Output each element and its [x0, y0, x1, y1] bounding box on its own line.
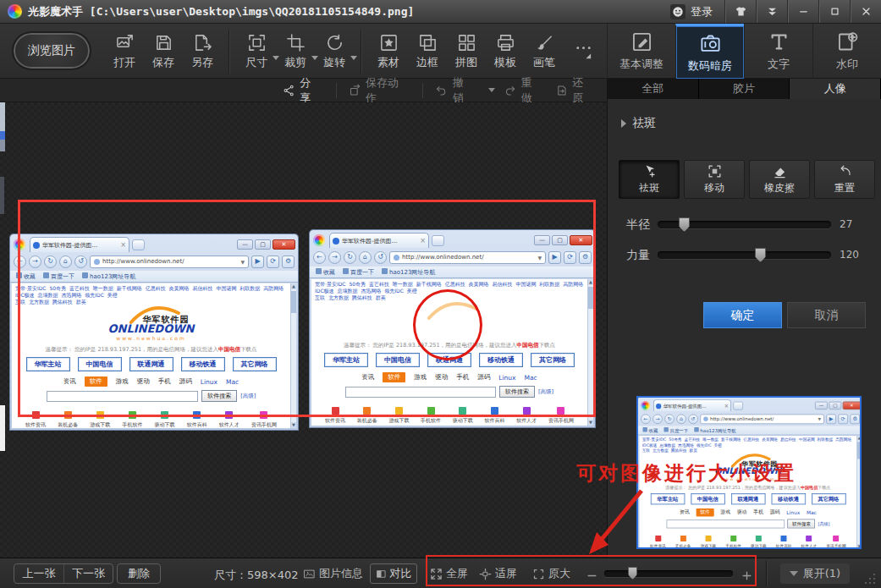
tool-reset-button[interactable]: 重置	[814, 160, 875, 199]
tool-label: 重置	[834, 181, 855, 195]
toolbar-button-brush[interactable]: 画笔	[525, 27, 564, 76]
menu-dropdown-button[interactable]	[756, 0, 787, 23]
close-button[interactable]	[850, 0, 881, 23]
action-share[interactable]: 分享	[283, 75, 321, 106]
action-label: 重做	[520, 75, 542, 106]
tool-eraser-button[interactable]: 橡皮擦	[749, 160, 810, 199]
edge-sliver	[0, 140, 5, 151]
previous-image-button[interactable]: 上一张	[14, 564, 63, 583]
resize-grip[interactable]	[865, 574, 875, 584]
nav-right-button-2: ⚙	[850, 414, 860, 424]
url-dropdown-icon: ▼	[818, 416, 821, 420]
slider-thumb[interactable]	[679, 217, 690, 232]
skin-button[interactable]	[724, 0, 756, 23]
panel-tab[interactable]: 全部	[608, 79, 699, 99]
panel-tab[interactable]: 人像	[790, 79, 881, 99]
scrollbar-up-icon: ▲	[857, 436, 862, 440]
scrollbar-down-icon: ▼	[857, 544, 862, 548]
darkroom-icon	[699, 32, 722, 55]
mirror-button: 联通网通	[731, 493, 766, 504]
toolbar-label: 打开	[113, 55, 135, 70]
toolbar-button-collage[interactable]: 拼图	[447, 27, 486, 76]
panel-tabs: 全部胶片人像	[608, 79, 881, 99]
toolbar-button-crop[interactable]: 裁剪	[276, 27, 315, 76]
browser-tab: 华军软件园-提供图...×	[653, 399, 731, 411]
toolbar-button-open[interactable]: 打开	[105, 27, 144, 76]
scrollbar-down-icon: ▼	[588, 420, 593, 426]
site-search-input	[666, 519, 785, 528]
mode-tab-label: 水印	[836, 57, 858, 72]
slider-track[interactable]	[658, 251, 831, 259]
site-icon-item: 装机必备	[675, 536, 691, 549]
slider-label: 半径	[626, 217, 650, 233]
move-icon	[707, 163, 723, 179]
image-canvas[interactable]: 华军软件园-提供图...×—▢✕←→↻⌂↺http://www.onlinedo…	[0, 102, 607, 558]
toolbar-button-save[interactable]: 保存	[144, 27, 183, 76]
toolbar-button-size[interactable]: 尺寸	[237, 27, 276, 76]
browser-page-content: 宽带·景安IDC 50奇秀 蓝芒科技 唯一数据 新干线网络 亿恩科技 炎黄网络 …	[640, 436, 857, 548]
minimize-button[interactable]	[787, 0, 818, 23]
edge-sliver	[0, 177, 4, 214]
slider-thumb[interactable]	[755, 248, 766, 262]
mode-tab-darkroom[interactable]: 数码暗房	[675, 24, 744, 79]
maximize-button[interactable]	[818, 0, 850, 23]
browser-scrollbar: ▲▼	[856, 436, 861, 548]
actionbar-separator	[336, 83, 337, 98]
toolbar-button-material[interactable]: 素材	[369, 27, 408, 76]
cancel-button[interactable]: 取消	[787, 302, 866, 328]
tool-move-button[interactable]: 移动	[684, 160, 745, 199]
tutorial-highlight-zoom-controls	[426, 555, 757, 586]
site-nav-item: Linux	[786, 509, 800, 515]
action-undo[interactable]: 撤销	[435, 75, 473, 106]
compare-button[interactable]: 对比	[370, 563, 417, 584]
mode-tab-adjust[interactable]: 基本调整	[607, 24, 675, 79]
expand-panel-button[interactable]: 展开(1)	[780, 563, 850, 584]
size-value: 598×402	[247, 569, 299, 581]
action-redo[interactable]: 重做	[504, 75, 542, 106]
site-icons-row: 软件资讯装机必备游戏下载手机软件驱动下载软件百科软件人才资讯手机网	[642, 536, 854, 549]
ok-button[interactable]: 确定	[703, 302, 782, 328]
browser-maximize-icon: ▢	[829, 402, 841, 409]
rotate-icon	[325, 33, 344, 52]
new-tab-button	[733, 401, 743, 409]
site-nav-row: 资讯软件游戏驱动手机源码LinuxMac	[642, 508, 854, 516]
panel-tab[interactable]: 胶片	[699, 79, 790, 99]
expand-arrow-icon	[790, 571, 798, 576]
redo-icon	[504, 84, 516, 97]
toolbar-button-template[interactable]: 模板	[486, 27, 525, 76]
mirror-button: 其它网络	[812, 493, 846, 504]
delete-button[interactable]: 删除	[117, 563, 161, 584]
image-info-button[interactable]: 图片信息	[303, 566, 363, 581]
mode-tab-textT[interactable]: 文字	[744, 24, 812, 79]
action-restore[interactable]: 还原	[555, 75, 593, 106]
saveaction-icon	[349, 84, 361, 97]
login-button[interactable]: 登录	[664, 0, 724, 23]
site-icon-item: 软件人才	[801, 536, 818, 549]
site-nav-item: 手机	[753, 509, 763, 516]
toolbar-label: 边框	[416, 55, 438, 70]
bookmark-item: 百度一下	[664, 427, 688, 434]
mode-tab-watermark[interactable]: 水印	[812, 24, 881, 79]
tool-heal-button[interactable]: 祛斑	[619, 160, 680, 199]
action-saveaction[interactable]: 保存动作	[349, 75, 408, 106]
section-header-heal[interactable]: 祛斑	[621, 116, 656, 131]
slider-value: 120	[840, 249, 859, 261]
dropdown-arrow-icon[interactable]	[350, 56, 357, 60]
next-image-button[interactable]: 下一张	[63, 564, 113, 583]
size-label: 尺寸：	[214, 569, 247, 581]
login-avatar-icon	[670, 4, 686, 19]
toolbar-button-frame[interactable]: 边框	[408, 27, 447, 76]
textT-icon	[768, 30, 790, 53]
site-icon-item: 资讯手机网	[826, 536, 845, 549]
slider-row-1: 半径27	[608, 216, 881, 234]
slider-row-2: 力量120	[608, 246, 881, 265]
toolbar-button-rotate[interactable]: 旋转	[315, 27, 354, 76]
toolbar-button-more[interactable]	[564, 27, 603, 76]
slider-label: 力量	[626, 248, 650, 263]
nav-button-4: ↺	[688, 414, 698, 424]
dropdown-arrow-icon[interactable]	[488, 88, 495, 92]
browse-images-button[interactable]: 浏览图片	[14, 33, 90, 69]
slider-track[interactable]	[658, 221, 831, 228]
adjust-icon	[630, 30, 653, 53]
toolbar-button-saveas[interactable]: 另存	[183, 27, 222, 76]
